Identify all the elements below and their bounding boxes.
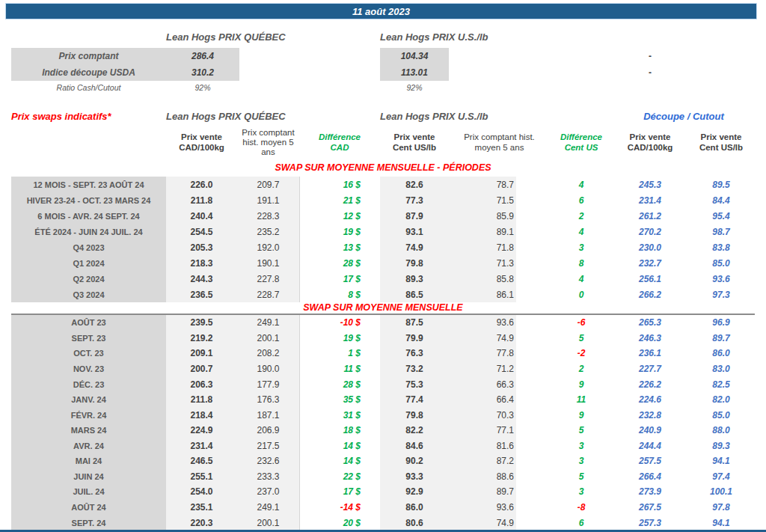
cell-qc-sell: 211.8 [166, 192, 237, 208]
cell-period-label: SEPT. 24 [11, 515, 166, 531]
cell-qc-sell: 200.7 [166, 361, 237, 377]
cell-qc-sell: 226.0 [166, 177, 237, 192]
cell-qc-hist: 176.3 [237, 392, 299, 408]
cell-qc-hist: 177.9 [237, 376, 299, 392]
section-title-periods: SWAP SUR MOYENNE MENSUELLE - PÉRIODES [11, 162, 755, 173]
cell-us-hist: 81.6 [449, 438, 550, 454]
cell-diff-us: 5 [550, 423, 613, 438]
cell-cutout-cad: 261.2 [613, 208, 687, 224]
cell-cutout-us: 89.3 [687, 438, 755, 454]
cell-us-hist: 71.8 [449, 239, 550, 255]
cell-qc-hist: 209.7 [237, 177, 299, 192]
cell-cutout-us: 98.7 [687, 224, 755, 239]
cell-diff-us: 5 [550, 331, 613, 346]
cell-period-label: AVR. 24 [11, 438, 166, 454]
cell-cutout-cad: 232.7 [613, 255, 687, 271]
cell-cutout-us: 95.4 [687, 208, 755, 224]
swaps-us-title: Lean Hogs PRIX U.S./lb [380, 111, 488, 122]
cell-us-hist: 66.4 [449, 392, 550, 408]
cell-qc-sell: 209.1 [166, 346, 237, 361]
cell-qc-hist: 228.3 [237, 208, 299, 224]
cell-qc-hist: 217.5 [237, 438, 299, 454]
cell-us-hist: 71.5 [449, 192, 550, 208]
swaps-qc-title: Lean Hogs PRIX QUÉBEC [166, 111, 286, 122]
cell-us-sell: 74.9 [380, 239, 449, 255]
cell-diff-us: 2 [550, 208, 613, 224]
cell-qc-sell: 240.4 [166, 208, 237, 224]
cell-diff-us: 9 [550, 407, 613, 423]
cell-diff-cad: 35 $ [299, 392, 380, 408]
cell-cutout-cad: 266.4 [613, 469, 687, 485]
cell-cutout-us: 82.5 [687, 376, 755, 392]
cell-cutout-cad: 257.5 [613, 453, 687, 469]
cell-diff-cad: 19 $ [299, 224, 380, 239]
cell-period-label: HIVER 23-24 - OCT. 23 MARS 24 [11, 192, 166, 208]
cell-cutout-us: 94.1 [687, 515, 755, 531]
cell-us-sell: 79.8 [380, 407, 449, 423]
cell-cutout-cad: 226.2 [613, 376, 687, 392]
cell-period-label: JANV. 24 [11, 392, 166, 408]
cell-qc-hist: 187.1 [237, 407, 299, 423]
cell-qc-sell: 224.9 [166, 423, 237, 438]
spot-cutout-dash: - [613, 64, 687, 81]
cell-cutout-cad: 257.3 [613, 515, 687, 531]
cell-cutout-us: 85.0 [687, 407, 755, 423]
cell-cutout-cad: 256.1 [613, 271, 687, 287]
cell-us-sell: 92.9 [380, 484, 449, 500]
cell-qc-sell: 235.1 [166, 500, 237, 516]
cell-period-label: NOV. 23 [11, 361, 166, 377]
spot-row-label: Indice découpe USDA [11, 64, 166, 81]
cell-us-sell: 86.5 [380, 287, 449, 302]
cell-qc-sell: 211.8 [166, 392, 237, 408]
cell-qc-sell: 206.3 [166, 376, 237, 392]
cell-diff-cad: 11 $ [299, 361, 380, 377]
cell-diff-cad: 19 $ [299, 331, 380, 346]
cell-period-label: ÉTÉ 2024 - JUIN 24 JUIL. 24 [11, 224, 166, 239]
cell-cutout-cad: 227.7 [613, 361, 687, 377]
col-header-cutout-us: Prix vente Cent US/lb [687, 125, 755, 160]
cell-us-hist: 88.6 [449, 469, 550, 485]
cell-qc-hist: 233.3 [237, 469, 299, 485]
cell-us-sell: 93.1 [380, 224, 449, 239]
cell-us-hist: 93.6 [449, 315, 550, 331]
cell-cutout-cad: 240.9 [613, 423, 687, 438]
col-header-diff-us: Différence Cent US [550, 125, 613, 160]
cell-us-sell: 75.3 [380, 376, 449, 392]
cell-us-sell: 79.9 [380, 331, 449, 346]
cell-qc-sell: 254.5 [166, 224, 237, 239]
col-header-us-hist: Prix comptant hist. moyen 5 ans [449, 125, 550, 160]
cell-cutout-cad: 224.6 [613, 392, 687, 408]
cell-cutout-cad: 265.3 [613, 315, 687, 331]
cell-us-sell: 77.4 [380, 392, 449, 408]
spot-us-value: 113.01 [380, 64, 449, 81]
cell-us-sell: 84.6 [380, 438, 449, 454]
cell-us-hist: 89.1 [449, 224, 550, 239]
cell-diff-us: 5 [550, 469, 613, 485]
cell-diff-us: 3 [550, 484, 613, 500]
periods-table: 12 MOIS - SEPT. 23 AOÛT 24226.0209.716 $… [11, 177, 755, 302]
cell-period-label: SEPT. 23 [11, 331, 166, 346]
spot-qc-value: 92% [166, 81, 239, 94]
cell-diff-us: 4 [550, 271, 613, 287]
cell-diff-us: 3 [550, 438, 613, 454]
cell-period-label: OCT. 23 [11, 346, 166, 361]
cell-diff-cad: 12 $ [299, 208, 380, 224]
cell-cutout-us: 85.0 [687, 255, 755, 271]
cell-qc-hist: 235.2 [237, 224, 299, 239]
swaps-cutout-title: Découpe / Cutout [613, 111, 755, 122]
cell-diff-cad: 8 $ [299, 287, 380, 302]
cell-diff-cad: 18 $ [299, 423, 380, 438]
cell-qc-hist: 249.1 [237, 315, 299, 331]
cell-us-hist: 70.3 [449, 407, 550, 423]
cell-cutout-us: 97.8 [687, 500, 755, 516]
cell-us-hist: 71.2 [449, 361, 550, 377]
cell-us-hist: 93.6 [449, 500, 550, 516]
cell-cutout-us: 83.8 [687, 239, 755, 255]
cell-diff-cad: -14 $ [299, 500, 380, 516]
cell-diff-cad: 17 $ [299, 271, 380, 287]
date-header-bar: 11 août 2023 [6, 4, 756, 19]
cell-cutout-cad: 266.2 [613, 287, 687, 302]
cell-us-sell: 77.3 [380, 192, 449, 208]
cell-us-hist: 74.9 [449, 515, 550, 531]
cell-qc-hist: 206.9 [237, 423, 299, 438]
